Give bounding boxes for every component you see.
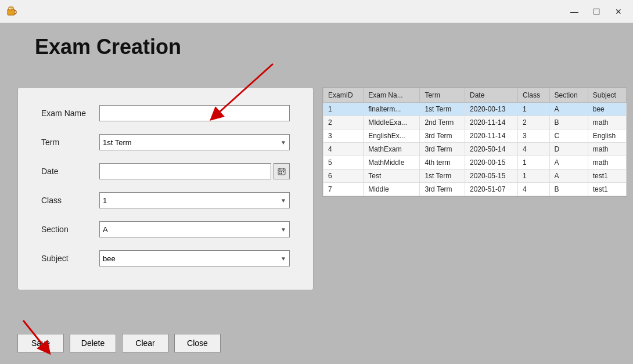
col-section: Section — [549, 88, 588, 103]
table-header-row: ExamID Exam Na... Term Date Class Sectio… — [323, 88, 627, 103]
term-select-wrapper: 1st Term 2nd Term 3rd Term 4th term — [99, 134, 290, 150]
table-cell: 2020-50-14 — [465, 143, 517, 156]
table-cell: 3 — [323, 129, 364, 143]
subject-select[interactable]: bee math English test1 — [99, 250, 290, 266]
clear-button[interactable]: Clear — [122, 334, 168, 352]
term-select[interactable]: 1st Term 2nd Term 3rd Term 4th term — [99, 134, 290, 150]
table-cell: MIddle​Exa... — [364, 116, 420, 129]
delete-button[interactable]: Delete — [70, 334, 116, 352]
table-cell: A — [549, 156, 588, 170]
table-cell: 2nd Term — [420, 116, 465, 129]
table-cell: English — [588, 129, 626, 143]
table-cell: 2020-11-14 — [465, 116, 517, 129]
col-class: Class — [517, 88, 549, 103]
table-cell: MathExam — [364, 143, 420, 156]
svg-rect-2 — [9, 8, 10, 9]
calendar-button[interactable] — [274, 163, 290, 179]
svg-rect-7 — [279, 171, 280, 172]
section-label: Section — [41, 225, 99, 234]
form-panel: Exam Name Term 1st Term 2nd Term 3rd Ter… — [17, 87, 314, 290]
table-cell: 7 — [323, 183, 364, 196]
term-row: Term 1st Term 2nd Term 3rd Term 4th term — [41, 134, 290, 150]
date-input[interactable] — [99, 163, 271, 179]
table-cell: 3 — [517, 129, 549, 143]
table-cell: 1st Term — [420, 170, 465, 183]
date-input-group — [99, 163, 290, 179]
table-row[interactable]: 6Test1st Term2020-05-151Atest1 — [323, 170, 627, 183]
exam-name-label: Exam Name — [41, 109, 99, 118]
table-cell: 2020-00-13 — [465, 103, 517, 116]
window-controls: — ☐ ✕ — [566, 6, 627, 17]
table-cell: 2020-11-14 — [465, 129, 517, 143]
button-row: Save Delete Clear Close — [17, 334, 221, 352]
col-examname: Exam Na... — [364, 88, 420, 103]
date-label: Date — [41, 167, 99, 176]
table-cell: 1 — [517, 156, 549, 170]
table-row[interactable]: 7Middle3rd Term2020-51-074Btest1 — [323, 183, 627, 196]
svg-rect-8 — [281, 171, 282, 172]
close-button[interactable]: Close — [174, 334, 221, 352]
table-cell: 1 — [323, 103, 364, 116]
table-cell: A — [549, 103, 588, 116]
class-select[interactable]: 1 2 3 4 — [99, 192, 290, 208]
subject-row: Subject bee math English test1 — [41, 250, 290, 266]
table-cell: MathMiddle — [364, 156, 420, 170]
table-cell: 4 — [517, 183, 549, 196]
table-cell: A — [549, 170, 588, 183]
table-cell: B — [549, 183, 588, 196]
table-cell: 1st Term — [420, 103, 465, 116]
table-cell: 1 — [517, 170, 549, 183]
term-label: Term — [41, 138, 99, 147]
table-cell: bee — [588, 103, 626, 116]
table-panel: ExamID Exam Na... Term Date Class Sectio… — [322, 87, 627, 197]
maximize-button[interactable]: ☐ — [588, 6, 605, 17]
class-label: Class — [41, 196, 99, 205]
class-row: Class 1 2 3 4 — [41, 192, 290, 208]
table-cell: 3rd Term — [420, 129, 465, 143]
table-cell: EnglishEx... — [364, 129, 420, 143]
subject-label: Subject — [41, 254, 99, 263]
table-cell: 4 — [517, 143, 549, 156]
col-examid: ExamID — [323, 88, 364, 103]
svg-rect-11 — [281, 173, 282, 174]
main-content: Exam Creation Exam Name Term 1st Term 2n… — [0, 23, 633, 364]
table-cell: math — [588, 143, 626, 156]
table-row[interactable]: 5MathMiddle4th term2020-00-151Amath — [323, 156, 627, 170]
window-icon — [6, 5, 17, 18]
table-cell: 1 — [517, 103, 549, 116]
table-row[interactable]: 4MathExam3rd Term2020-50-144Dmath — [323, 143, 627, 156]
table-cell: math — [588, 156, 626, 170]
table-cell: 2020-00-15 — [465, 156, 517, 170]
table-row[interactable]: 2MIddle​Exa...2nd Term2020-11-142Bmath — [323, 116, 627, 129]
table-cell: test1 — [588, 170, 626, 183]
section-select-wrapper: A B C D — [99, 221, 290, 237]
table-cell: 2020-05-15 — [465, 170, 517, 183]
table-row[interactable]: 1finalterm...1st Term2020-00-131Abee — [323, 103, 627, 116]
table-cell: test1 — [588, 183, 626, 196]
col-date: Date — [465, 88, 517, 103]
section-select[interactable]: A B C D — [99, 221, 290, 237]
close-window-button[interactable]: ✕ — [610, 6, 627, 17]
table-cell: 2 — [323, 116, 364, 129]
table-cell: 6 — [323, 170, 364, 183]
table-row[interactable]: 3EnglishEx...3rd Term2020-11-143CEnglish — [323, 129, 627, 143]
svg-rect-10 — [279, 173, 280, 174]
minimize-button[interactable]: — — [566, 6, 583, 17]
exam-name-row: Exam Name — [41, 105, 290, 121]
exam-name-input[interactable] — [99, 105, 290, 121]
table-cell: B — [549, 116, 588, 129]
table-cell: D — [549, 143, 588, 156]
table-cell: 3rd Term — [420, 183, 465, 196]
col-term: Term — [420, 88, 465, 103]
col-subject: Subject — [588, 88, 626, 103]
table-cell: C — [549, 129, 588, 143]
table-cell: math — [588, 116, 626, 129]
calendar-icon — [278, 167, 286, 175]
page-title: Exam Creation — [35, 35, 181, 59]
table-cell: Middle — [364, 183, 420, 196]
svg-rect-9 — [283, 171, 284, 172]
table-cell: Test — [364, 170, 420, 183]
save-button[interactable]: Save — [17, 334, 64, 352]
table-cell: 3rd Term — [420, 143, 465, 156]
date-row: Date — [41, 163, 290, 179]
